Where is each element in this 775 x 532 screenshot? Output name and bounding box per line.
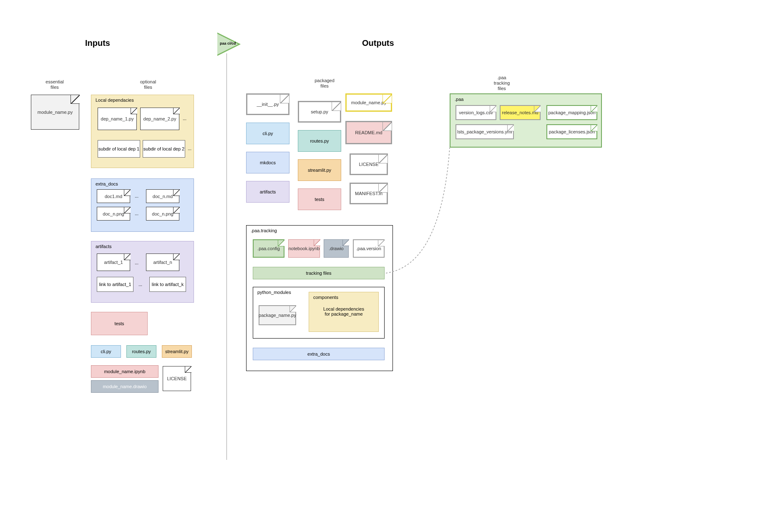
dashed-connector [384,146,455,279]
box-streamlit: streamlit.py [162,345,192,358]
art-ell-1: ... [135,260,138,265]
file-paa-config: .paa.config [253,239,284,258]
diagram-canvas: Inputs Outputs paa ci/cd essential files… [0,0,775,532]
box-cli: cli.py [91,345,121,358]
artifacts-title: artifacts [96,244,112,249]
file-out-module: module_name.py [345,93,392,112]
box-routes: routes.py [126,345,156,358]
file-docn-md: doc_n.md [146,189,179,203]
file-paa-version: .paa.version [353,239,385,258]
file-docn-png-b: doc_n.png [146,207,179,221]
file-notebook: notebook.ipynb [288,239,320,258]
box-link-artifact-1: link to artifact_1 [97,277,133,292]
box-out-routes: routes.py [298,130,341,152]
file-doc1-md: doc1.md [97,189,130,203]
file-lsts: lsts_package_versions.yml [455,124,514,139]
file-licenses: package_licenses.json [546,124,597,139]
file-init: __init__.py [246,93,289,115]
box-out-streamlit: streamlit.py [298,159,341,181]
file-version-logs: version_logs.csv [455,105,496,120]
deps-ellipsis-1: ... [183,116,186,121]
container-extra-docs: extra_docs [91,178,194,232]
file-out-license: LICENSE [350,153,388,175]
box-out-cli: cli.py [246,123,289,144]
python-modules-title: python_modules [257,290,291,295]
file-artifact-n: artifact_n [146,253,179,271]
label-optional: optional files [133,79,163,90]
box-ipynb: module_name.ipynb [91,365,159,378]
components-desc: Local dependencies for package_name [309,306,378,316]
outputs-heading: Outputs [362,38,394,48]
docs-ell-1: ... [135,193,138,198]
paa-cicd-label: paa ci/cd [220,41,236,45]
box-subdir2: subdir of local dep 2 [143,140,185,158]
file-artifact-1: artifact_1 [97,253,130,271]
file-manifest: MANIFEST.in [350,183,388,204]
bar-tracking-files: tracking files [253,267,385,279]
file-dep1: dep_name_1.py [98,108,137,130]
deps-ellipsis-2: ... [188,146,191,151]
box-tests: tests [91,312,148,335]
local-deps-title: Local dependacies [96,98,134,103]
box-out-tests: tests [298,188,341,210]
file-module-name: module_name.py [31,95,79,130]
label-packaged: packaged files [308,78,341,89]
container-paa: .paa [450,93,602,148]
box-drawio: module_name.drawio [91,380,159,393]
label-paa-tracking: .paa tracking files [485,75,518,92]
center-divider [226,53,227,460]
art-ell-2: ... [138,282,142,287]
container-components: components Local dependencies for packag… [309,292,379,332]
container-artifacts: artifacts [91,241,194,303]
file-license-in: LICENSE [163,366,191,391]
docs-ell-2: ... [135,211,138,216]
file-setup: setup.py [298,101,341,123]
label-essential: essential files [40,79,69,90]
paa-title: .paa [455,97,463,102]
box-out-artifacts: artifacts [246,181,289,203]
file-dep2: dep_name_2.py [140,108,179,130]
file-package-name: package_name.py [259,305,296,325]
box-subdir1: subdir of local dep 1 [98,140,140,158]
box-link-artifact-k: link to artifact_k [149,277,186,292]
box-out-mkdocs: mkdocs [246,152,289,173]
file-docn-png-a: doc_n.png [97,207,130,221]
inputs-heading: Inputs [85,38,110,48]
file-mapping: package_mapping.json [546,105,597,120]
components-title: components [313,295,338,300]
extra-docs-title: extra_docs [96,181,118,186]
file-readme: README.md [345,121,392,144]
file-drawio: .drawio [324,239,349,258]
file-release-notes: release_notes.md [500,105,541,120]
bar-extra-docs: extra_docs [253,348,385,360]
paa-tracking-title: .paa.tracking [251,228,277,233]
